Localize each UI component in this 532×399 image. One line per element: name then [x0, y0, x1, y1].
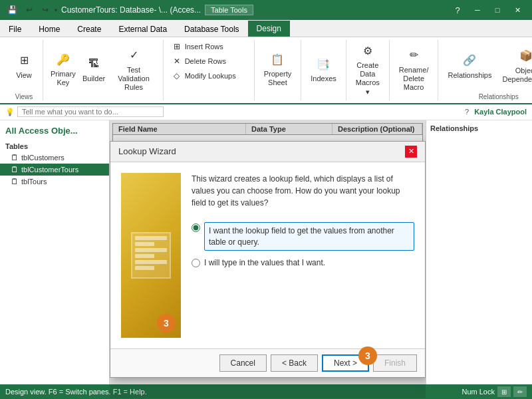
wizard-options: I want the lookup field to get the value… [192, 222, 414, 269]
wizard-title-bar: Lookup Wizard ✕ [110, 142, 425, 162]
graphic-line-3 [135, 248, 167, 252]
modify-lookups-btn[interactable]: ◇ Modify Lookups [169, 69, 249, 82]
close-btn[interactable]: ✕ [508, 1, 527, 19]
quick-access: ↩ ↪ ▾ [23, 3, 57, 17]
insert-rows-icon: ⊞ [172, 41, 182, 52]
next-step-badge: 3 [358, 346, 377, 365]
macros-items: ⚙ Create DataMacros ▾ [352, 40, 384, 98]
wizard-option-2: I will type in the values that I want. [192, 257, 414, 269]
status-right: Num Lock ⊞ ✏ [462, 386, 527, 397]
primary-key-label: PrimaryKey [51, 70, 76, 87]
view-icon: ⊞ [15, 51, 33, 70]
test-icon: ✓ [124, 46, 143, 65]
relationships-btn[interactable]: 🔗 Relationships [444, 50, 495, 80]
right-panel: Relationships [426, 120, 532, 398]
title-bar: 💾 ↩ ↪ ▾ CustomerTours: Database- \... (A… [0, 0, 532, 20]
cancel-btn[interactable]: Cancel [219, 354, 267, 372]
undo-btn[interactable]: ↩ [23, 3, 36, 17]
option-1-label-box: I want the lookup field to get the value… [204, 222, 414, 251]
view-toggle-1[interactable]: ⊞ [497, 386, 511, 397]
graphic-line-2 [135, 242, 154, 246]
graphic-line-1 [135, 236, 167, 240]
title-bar-appname: CustomerTours: Database- \... (Acces... [61, 5, 201, 15]
graphic-line-4 [135, 254, 154, 258]
help-bar: 💡 ? Kayla Claypool [0, 104, 532, 120]
wizard-close-btn[interactable]: ✕ [405, 146, 417, 158]
sidebar-label-customers: tblCustomers [21, 154, 65, 162]
view-btn[interactable]: ⊞ View [11, 50, 37, 80]
ribbon-group-relationships: 🔗 Relationships 📦 ObjectDependencies Rel… [438, 40, 532, 100]
qa-dropdown[interactable]: ▾ [55, 7, 57, 13]
save-icon[interactable]: 💾 [5, 3, 19, 17]
tab-home[interactable]: Home [30, 21, 68, 37]
sidebar-item-tblcustomertours[interactable]: 🗒 tblCustomerTours [0, 164, 109, 176]
test-validation-btn[interactable]: ✓ Test ValidationRules [110, 45, 157, 94]
relationships-label: Relationships [448, 71, 491, 79]
rename-macro-btn[interactable]: ✏ Rename/Delete Macro [395, 45, 433, 94]
views-group-label: Views [15, 92, 33, 100]
tab-create[interactable]: Create [68, 21, 110, 37]
builder-icon: 🏗 [84, 55, 103, 73]
option-2-label[interactable]: I will type in the values that I want. [204, 257, 325, 269]
tab-design[interactable]: Design [248, 21, 290, 37]
wizard-right: This wizard creates a lookup field, whic… [192, 173, 414, 338]
sidebar-item-tblcustomers[interactable]: 🗒 tblCustomers [0, 152, 109, 164]
object-dependencies-btn[interactable]: 📦 ObjectDependencies [499, 45, 533, 85]
rename-items: ✏ Rename/Delete Macro [395, 40, 433, 98]
minimize-btn[interactable]: ─ [468, 1, 487, 19]
question-mark[interactable]: ? [465, 108, 469, 116]
maximize-btn[interactable]: □ [488, 1, 507, 19]
wizard-title: Lookup Wizard [118, 146, 176, 156]
builder-label: Builder [82, 74, 105, 82]
delete-rows-icon: ✕ [172, 56, 182, 66]
ribbon-group-views-items: ⊞ View [11, 40, 37, 90]
dependencies-label: ObjectDependencies [503, 66, 533, 84]
ribbon-tabs: File Home Create External Data Database … [0, 20, 532, 37]
view-toggle-2[interactable]: ✏ [513, 386, 527, 397]
indexes-icon: 📑 [314, 55, 332, 73]
help-icon: 💡 [5, 108, 15, 116]
macros-label: Create DataMacros ▾ [356, 61, 380, 96]
help-input-area: 💡 [5, 106, 164, 117]
title-bar-tabtoolslabel: Table Tools [205, 5, 253, 15]
sidebar-item-tbltours[interactable]: 🗒 tblTours [0, 176, 109, 188]
ribbon-group-macros: ⚙ Create DataMacros ▾ [346, 40, 390, 100]
primary-key-btn[interactable]: 🔑 PrimaryKey [49, 49, 78, 88]
redo-btn[interactable]: ↪ [39, 3, 52, 17]
radio-option-1[interactable] [192, 223, 200, 232]
tab-external-data[interactable]: External Data [110, 21, 176, 37]
wizard-step-badge: 3 [157, 314, 176, 332]
indexes-label: Indexes [311, 74, 336, 82]
table-icon-tours: 🗒 [11, 177, 19, 186]
option-1-label[interactable]: I want the lookup field to get the value… [209, 226, 394, 247]
radio-option-2[interactable] [192, 259, 200, 267]
wizard-description: This wizard creates a lookup field, whic… [192, 173, 414, 209]
ribbon-group-indexes: 📑 Indexes [301, 40, 346, 100]
relationships-group-label: Relationships [479, 92, 519, 100]
title-bar-controls: ? ─ □ ✕ [448, 1, 527, 19]
ribbon-group-keys: 🔑 PrimaryKey 🏗 Builder ✓ Test Validation… [43, 40, 164, 100]
content-area: Field Name Data Type Description (Option… [110, 120, 426, 398]
create-macros-btn[interactable]: ⚙ Create DataMacros ▾ [352, 40, 384, 98]
delete-rows-btn[interactable]: ✕ Delete Rows [169, 55, 249, 68]
insert-rows-btn[interactable]: ⊞ Insert Rows [169, 40, 249, 53]
view-label: View [16, 71, 32, 79]
property-sheet-btn[interactable]: 📋 PropertySheet [260, 49, 296, 88]
back-btn[interactable]: < Back [271, 354, 318, 372]
modify-lookups-icon: ◇ [172, 70, 182, 81]
wizard-dialog: Lookup Wizard ✕ [110, 141, 426, 378]
modify-lookups-label: Modify Lookups [185, 72, 236, 80]
property-icon: 📋 [268, 50, 287, 68]
macros-icon: ⚙ [358, 41, 377, 60]
ribbon-group-property: 📋 PropertySheet [255, 40, 302, 100]
indexes-btn[interactable]: 📑 Indexes [307, 53, 340, 84]
builder-btn[interactable]: 🏗 Builder [80, 53, 108, 84]
help-btn[interactable]: ? [448, 1, 467, 19]
table-icon-customers: 🗒 [11, 153, 19, 162]
tab-file[interactable]: File [0, 21, 30, 37]
graphic-line-5 [135, 260, 167, 264]
finish-btn[interactable]: Finish [373, 354, 417, 372]
help-search-input[interactable] [17, 106, 164, 117]
tab-database-tools[interactable]: Database Tools [176, 21, 248, 37]
sidebar-section-tables: Tables [0, 141, 109, 152]
